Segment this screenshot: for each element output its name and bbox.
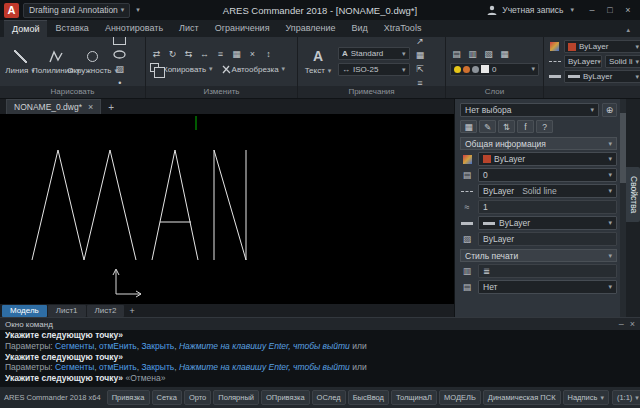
text-style-dropdown[interactable]: A Standard ▾ bbox=[338, 47, 410, 60]
copy-tool-button[interactable]: Копировать ▾ bbox=[150, 63, 213, 76]
add-sheet-button[interactable]: + bbox=[125, 305, 138, 317]
document-tab[interactable]: NONAME_0.dwg* × bbox=[6, 99, 101, 114]
note-icon[interactable]: ≡ bbox=[414, 77, 427, 87]
layer-preview-icon[interactable]: ▥ bbox=[466, 48, 479, 60]
menu-tab-2[interactable]: Аннотировать bbox=[97, 20, 171, 37]
entity-lineweight-dropdown[interactable]: ByLayer ▾ bbox=[564, 70, 640, 83]
tab-properties[interactable]: Свойства bbox=[626, 167, 640, 222]
dimension-icon[interactable]: ⇱ bbox=[414, 63, 427, 75]
linestyle-scale-field[interactable]: 1 bbox=[478, 200, 617, 214]
rotate-icon[interactable]: ↻ bbox=[166, 48, 179, 60]
lineweight-dropdown[interactable]: ByLayer ▾ bbox=[478, 216, 617, 230]
entity-color-dropdown[interactable]: ByLayer ▾ bbox=[564, 40, 640, 53]
offset-icon[interactable]: ≡ bbox=[214, 48, 227, 60]
section-general-header[interactable]: Общая информация ▾ bbox=[460, 137, 617, 150]
close-button[interactable]: × bbox=[620, 3, 636, 17]
array-icon[interactable]: ▦ bbox=[230, 48, 243, 60]
layer-dropdown[interactable]: 0 ▾ bbox=[478, 168, 617, 182]
command-option-link[interactable]: Сегменты bbox=[55, 341, 94, 351]
function-icon[interactable]: f bbox=[517, 120, 534, 133]
text-tool-button[interactable]: A Текст▾ bbox=[302, 47, 334, 76]
status-toggle-1[interactable]: Сетка bbox=[152, 390, 182, 405]
mirror-icon[interactable]: ⇆ bbox=[182, 48, 195, 60]
sheet-tab-0[interactable]: Модель bbox=[2, 305, 47, 317]
table-icon[interactable]: ▦ bbox=[414, 49, 427, 61]
print-style-dropdown[interactable]: Нет ▾ bbox=[478, 280, 617, 294]
status-toggle-7[interactable]: ТолщинаЛ bbox=[391, 390, 437, 405]
point-icon[interactable]: • bbox=[113, 77, 126, 87]
ribbon-collapse-icon[interactable]: ▴ bbox=[620, 26, 636, 37]
status-toggle-5[interactable]: ОСлед bbox=[312, 390, 346, 405]
annotation-scale-button[interactable]: Надпись ▾ bbox=[563, 390, 609, 405]
toolbar-options-icon[interactable]: ▾ bbox=[134, 6, 142, 14]
leader-icon[interactable]: ↗ bbox=[414, 37, 427, 47]
rectangle-icon[interactable] bbox=[113, 37, 126, 47]
circle-tool-button[interactable]: Окружность▾ bbox=[76, 47, 109, 76]
panel-label-modify[interactable]: Изменить bbox=[146, 86, 297, 98]
menu-tab-1[interactable]: Вставка bbox=[47, 20, 96, 37]
workspace-dropdown[interactable]: Drafting and Annotation ▾ bbox=[23, 3, 130, 18]
ellipse-icon[interactable] bbox=[113, 49, 126, 61]
status-toggle-0[interactable]: Привязка bbox=[107, 390, 150, 405]
quick-select-icon[interactable]: ▦ bbox=[460, 120, 477, 133]
scale-icon[interactable]: ↔ bbox=[198, 48, 211, 60]
status-toggle-8[interactable]: МОДЕЛЬ bbox=[439, 390, 481, 405]
powertrim-tool-button[interactable]: Автообрезка ▾ bbox=[221, 63, 286, 76]
properties-scrollbar[interactable] bbox=[620, 99, 626, 317]
sheet-tab-1[interactable]: Лист1 bbox=[48, 305, 86, 317]
maximize-button[interactable]: □ bbox=[602, 3, 618, 17]
command-option-link[interactable]: Сегменты bbox=[55, 362, 94, 372]
status-toggle-9[interactable]: Динамическая ПСК bbox=[483, 390, 561, 405]
app-logo[interactable]: A bbox=[4, 3, 19, 18]
close-tab-icon[interactable]: × bbox=[88, 102, 93, 112]
command-history[interactable]: Укажите следующую точку»Параметры: Сегме… bbox=[0, 330, 640, 386]
color-dropdown[interactable]: ByLayer ▾ bbox=[478, 152, 617, 166]
panel-label-layers[interactable]: Слои bbox=[446, 86, 543, 98]
menu-tab-6[interactable]: Вид bbox=[344, 20, 376, 37]
entity-linestyle-name-dropdown[interactable]: Solid li ▾ bbox=[605, 55, 640, 68]
layer-dropdown[interactable]: 0 ▾ bbox=[450, 63, 539, 76]
command-window-header[interactable]: Окно команд – × bbox=[0, 318, 640, 330]
stretch-icon[interactable]: ↕ bbox=[262, 48, 275, 60]
view-scale-button[interactable]: (1:1) ▾ bbox=[612, 390, 640, 405]
status-toggle-2[interactable]: Орто bbox=[184, 390, 211, 405]
menu-tab-3[interactable]: Лист bbox=[171, 20, 207, 37]
minimize-button[interactable]: – bbox=[584, 3, 600, 17]
entity-linestyle-dropdown[interactable]: ByLayer ▾ bbox=[564, 55, 602, 68]
panel-label-properties[interactable] bbox=[544, 86, 640, 98]
command-minimize-icon[interactable]: – bbox=[619, 319, 624, 329]
status-toggle-6[interactable]: БысВвод bbox=[348, 390, 389, 405]
erase-icon[interactable]: × bbox=[246, 48, 259, 60]
account-button[interactable]: Учетная запись ▾ bbox=[486, 4, 574, 16]
layer-manager-icon[interactable]: ▤ bbox=[450, 48, 463, 60]
command-option-link[interactable]: Закрыть bbox=[141, 362, 174, 372]
command-option-link[interactable]: отмЕнить bbox=[99, 341, 137, 351]
sheet-tab-2[interactable]: Лист2 bbox=[87, 305, 125, 317]
section-print-style-header[interactable]: Стиль печати ▾ bbox=[460, 249, 617, 262]
help-icon[interactable]: ? bbox=[536, 120, 553, 133]
command-option-link[interactable]: Закрыть bbox=[141, 341, 174, 351]
selection-dropdown[interactable]: Нет выбора ▾ bbox=[460, 103, 599, 117]
layer-isolate-icon[interactable]: ▦ bbox=[498, 48, 511, 60]
status-toggle-3[interactable]: Полярный bbox=[213, 390, 259, 405]
swap-selection-icon[interactable]: ⇅ bbox=[498, 120, 515, 133]
layer-states-icon[interactable]: ▧ bbox=[482, 48, 495, 60]
menu-tab-5[interactable]: Управление bbox=[278, 20, 344, 37]
linestyle-dropdown[interactable]: ByLayer Solid line ▾ bbox=[478, 184, 617, 198]
panel-label-draw[interactable]: Нарисовать bbox=[0, 86, 145, 98]
scrollbar-thumb[interactable] bbox=[620, 113, 626, 183]
move-icon[interactable]: ⇄ bbox=[150, 48, 163, 60]
hatch-icon[interactable]: ▨ bbox=[113, 63, 126, 75]
print-style-bars[interactable]: ≣ bbox=[478, 264, 617, 278]
menu-tab-0[interactable]: Домой bbox=[4, 20, 47, 37]
dimension-style-dropdown[interactable]: ↔ ISO-25 ▾ bbox=[338, 63, 410, 76]
menu-tab-7[interactable]: XtraTools bbox=[376, 20, 430, 37]
menu-tab-4[interactable]: Ограничения bbox=[207, 20, 278, 37]
status-toggle-4[interactable]: ОПривязка bbox=[261, 390, 310, 405]
new-document-button[interactable]: + bbox=[101, 102, 121, 114]
drawing-canvas[interactable] bbox=[0, 114, 454, 304]
command-close-icon[interactable]: × bbox=[630, 319, 635, 329]
panel-label-annotations[interactable]: Примечания bbox=[298, 86, 445, 98]
select-filter-icon[interactable]: ✎ bbox=[479, 120, 496, 133]
transparency-field[interactable]: ByLayer bbox=[478, 232, 617, 246]
